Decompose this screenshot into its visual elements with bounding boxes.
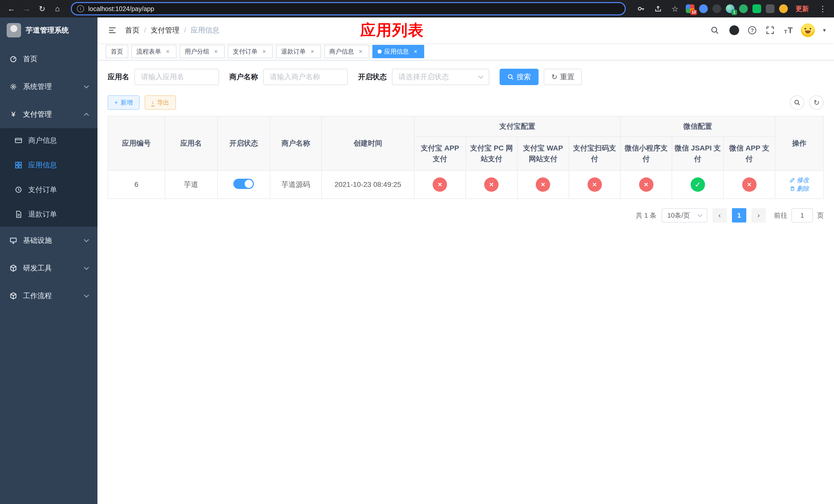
sidebar-item-home[interactable]: 首页 [0,45,97,73]
hamburger-icon[interactable] [106,24,119,37]
sidebar-item-payment[interactable]: ¥ 支付管理 [0,100,97,128]
tab-refund-order[interactable]: 退款订单 × [276,45,321,58]
close-icon[interactable]: × [309,48,316,55]
extension-badge: 10 [690,9,697,15]
sidebar-item-workflow[interactable]: 工作流程 [0,282,97,310]
export-button[interactable]: ↓ 导出 [145,95,176,110]
fullscreen-icon[interactable] [765,25,776,36]
status-select[interactable]: 请选择开启状态 [392,69,489,85]
breadcrumb-home[interactable]: 首页 [125,25,139,35]
breadcrumb: 首页 / 支付管理 / 应用信息 [125,25,220,35]
extension-grid-icon[interactable]: 10 [686,4,695,13]
delete-button[interactable]: 删除 [790,185,809,193]
font-size-icon[interactable]: TT [784,26,793,35]
status-toggle[interactable] [233,179,254,189]
sidebar-menu: 首页 系统管理 ¥ 支付管理 [0,43,97,504]
github-icon[interactable] [729,25,740,36]
cross-icon: × [742,177,756,192]
merchant-name-input[interactable] [263,69,348,85]
refresh-table-button[interactable]: ↻ [809,95,824,110]
back-icon[interactable]: ← [5,3,18,15]
browser-chrome: ← → ↻ ⌂ i localhost:1024/pay/app ☆ 10 1 … [0,0,834,18]
next-page-button[interactable]: › [751,208,766,223]
tab-process-form[interactable]: 流程表单 × [131,45,176,58]
close-icon[interactable]: × [357,48,364,55]
app-shell: 芋道管理系统 首页 系统管理 ¥ 支付管 [0,18,834,504]
col-wechat-jsapi: 微信 JSAPI 支付 [672,137,723,170]
chevron-down-icon [84,83,89,88]
sidebar-item-system[interactable]: 系统管理 [0,73,97,100]
tab-home[interactable]: 首页 [106,45,128,58]
goto-label: 前往 [774,211,787,220]
sidebar-item-dev-tools[interactable]: 研发工具 [0,254,97,282]
screen: ← → ↻ ⌂ i localhost:1024/pay/app ☆ 10 1 … [0,0,834,504]
search-icon[interactable] [709,25,720,36]
forward-icon[interactable]: → [21,3,33,15]
close-icon[interactable]: × [412,48,419,55]
tab-user-group[interactable]: 用户分组 × [179,45,225,58]
avatar[interactable] [801,23,815,37]
app-logo[interactable]: 芋道管理系统 [0,18,97,43]
browser-update-button[interactable]: 更新 [792,3,812,15]
sidebar-item-label: 应用信息 [28,160,88,170]
cross-icon: × [588,177,602,192]
tab-app-info[interactable]: 应用信息 × [372,45,424,58]
close-icon[interactable]: × [212,48,220,55]
extension-drop-icon[interactable] [699,4,708,13]
logo-avatar [7,23,21,38]
refresh-icon: ↻ [813,98,819,107]
tab-pay-order[interactable]: 支付订单 × [228,45,273,58]
sidebar-item-merchant-info[interactable]: 商户信息 [0,128,97,153]
sidebar-item-pay-order[interactable]: 支付订单 [0,177,97,202]
breadcrumb-payment[interactable]: 支付管理 [151,25,179,35]
chevron-down-icon[interactable]: ▾ [823,27,826,33]
reset-button[interactable]: ↻ 重置 [544,69,582,85]
extension-dark-icon[interactable] [712,4,721,13]
sidebar-item-refund-order[interactable]: 退款订单 [0,202,97,227]
sidebar-item-infrastructure[interactable]: 基础设施 [0,227,97,254]
col-alipay-qr: 支付宝扫码支付 [569,137,620,170]
main-area: 首页 / 支付管理 / 应用信息 应用列表 ? TT [97,18,834,504]
page-size-select[interactable]: 10条/页 [662,208,707,223]
extension-face-icon[interactable] [779,4,788,13]
sidebar-item-app-info[interactable]: 应用信息 [0,153,97,177]
browser-menu-icon[interactable]: ⋮ [816,3,829,15]
sidebar: 芋道管理系统 首页 系统管理 ¥ 支付管 [0,18,97,504]
tab-merchant-info[interactable]: 商户信息 × [324,45,369,58]
cell-app-id: 6 [108,170,165,199]
edit-button[interactable]: 修改 [790,176,809,184]
sidebar-item-label: 支付管理 [23,110,79,119]
url-bar[interactable]: i localhost:1024/pay/app [71,2,626,15]
page-number-1[interactable]: 1 [732,208,746,223]
add-button[interactable]: + 新增 [108,95,139,110]
home-icon[interactable]: ⌂ [51,3,64,15]
sidebar-item-label: 退款订单 [28,209,88,219]
breadcrumb-separator: / [184,26,186,35]
key-icon[interactable] [635,3,647,15]
url-text: localhost:1024/pay/app [88,5,154,13]
merchant-name-label: 商户名称 [229,72,258,82]
extension-check-icon[interactable] [739,4,748,13]
goto-unit: 页 [817,211,824,220]
bookmark-star-icon[interactable]: ☆ [669,3,681,15]
sidebar-item-label: 系统管理 [23,82,79,92]
cell-app-name: 芋道 [165,170,218,199]
app-name-input[interactable] [134,69,219,85]
help-icon[interactable]: ? [748,26,756,35]
extension-translate-icon[interactable]: 1 [726,4,734,13]
toggle-search-button[interactable] [790,95,804,110]
extension-puzzle-icon[interactable] [766,4,774,13]
prev-page-button[interactable]: ‹ [712,208,727,223]
navbar: 首页 / 支付管理 / 应用信息 应用列表 ? TT [97,18,834,43]
close-icon[interactable]: × [261,48,268,55]
chevron-down-icon [84,265,89,270]
extension-chat-icon[interactable] [752,4,761,13]
close-icon[interactable]: × [164,48,171,55]
site-info-icon[interactable]: i [77,5,84,12]
sidebar-item-label: 基础设施 [23,235,79,245]
goto-page-input[interactable] [791,208,813,223]
share-icon[interactable] [652,3,664,15]
box-icon [9,264,18,272]
search-button[interactable]: 搜索 [500,69,539,85]
reload-icon[interactable]: ↻ [36,3,48,15]
